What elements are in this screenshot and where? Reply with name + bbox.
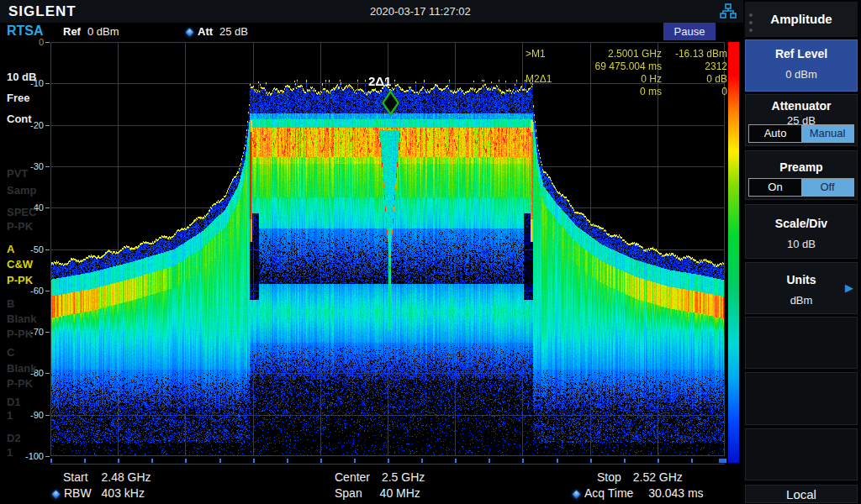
marker-table: >M12.5001 GHz-16.13 dBm69 475.004 ms2312…	[522, 48, 727, 98]
y-axis-tick	[45, 42, 50, 43]
sidebar-item-a[interactable]: A	[7, 243, 14, 255]
density-colorbar	[728, 42, 739, 463]
sidebar-item-1[interactable]: 1	[7, 446, 13, 459]
x-axis-tick	[455, 459, 457, 463]
y-axis-tick	[45, 415, 50, 416]
span-value: 40 MHz	[380, 486, 420, 500]
sidebar-item-cont[interactable]: Cont	[7, 113, 32, 125]
menu-attenuator[interactable]: Attenuator 25 dB Auto Manual	[745, 94, 858, 146]
x-axis-tick	[691, 459, 693, 463]
sidebar-item-spec[interactable]: SPEC	[7, 206, 36, 218]
marker-table-cell: 69 475.004 ms	[579, 60, 662, 73]
center-label: Center	[335, 470, 370, 484]
sidebar-item-1[interactable]: 1	[7, 409, 13, 422]
x-axis-tick	[557, 459, 558, 463]
x-axis-tick	[421, 459, 423, 463]
menu-empty-slot	[745, 317, 858, 369]
menu-header: Amplitude	[745, 2, 858, 37]
att-diamond-icon	[186, 29, 194, 37]
x-axis-tick	[354, 459, 356, 463]
menu-title: Amplitude	[745, 12, 858, 26]
sidebar-item-c-w[interactable]: C&W	[7, 258, 33, 270]
units-value: dBm	[746, 294, 857, 307]
menu-units[interactable]: Units dBm ▶	[745, 262, 858, 314]
sidebar-item-samp[interactable]: Samp	[7, 184, 36, 197]
y-axis-tick	[45, 332, 50, 333]
span-label: Span	[335, 486, 362, 500]
center-freq-readout[interactable]: Center 2.5 GHz	[335, 470, 425, 484]
menu-ref-level[interactable]: Ref Level 0 dBm	[745, 39, 858, 92]
x-axis-tick	[489, 459, 490, 463]
marker-table-cell: 0 dB	[662, 73, 727, 86]
sidebar-item-p-pk[interactable]: P-PK	[7, 328, 33, 340]
preamp-label: Preamp	[746, 160, 857, 174]
marker-table-cell: -16.13 dBm	[662, 48, 727, 60]
scale-div-label: Scale/Div	[746, 217, 857, 230]
local-button[interactable]: Local	[745, 485, 858, 503]
marker-table-cell	[522, 60, 579, 73]
y-axis-tick	[45, 456, 50, 457]
attenuator-manual-option[interactable]: Manual	[801, 125, 853, 142]
y-axis-tick	[45, 373, 50, 374]
x-axis-tick	[624, 459, 626, 463]
x-axis-tick	[320, 459, 322, 463]
preamp-toggle: On Off	[748, 178, 854, 197]
ref-level-label: Ref Level	[746, 47, 857, 60]
sidebar-item-p-pk[interactable]: P-PK	[7, 220, 33, 233]
marker-table-cell: 0 ms	[579, 86, 662, 98]
preamp-off-option[interactable]: Off	[801, 179, 853, 196]
attenuator-auto-option[interactable]: Auto	[749, 125, 801, 142]
start-freq-readout[interactable]: Start 2.48 GHz	[63, 470, 151, 484]
stop-freq-readout[interactable]: Stop 2.52 GHz	[597, 470, 683, 484]
sidebar-item-c[interactable]: C	[7, 346, 14, 359]
sidebar-item-d1[interactable]: D1	[7, 396, 21, 408]
y-axis-tick	[45, 291, 50, 291]
x-axis-tick	[50, 459, 52, 463]
network-icon[interactable]	[720, 3, 737, 23]
sidebar-item-pvt[interactable]: PVT	[7, 167, 28, 180]
attenuator-label: Attenuator	[746, 99, 857, 113]
pause-button[interactable]: Pause	[663, 23, 716, 40]
sidebar-item-p-pk[interactable]: P-PK	[7, 377, 33, 390]
attenuator-toggle: Auto Manual	[748, 124, 854, 143]
sidebar-item-free[interactable]: Free	[7, 92, 29, 104]
rbw-readout[interactable]: RBW 403 kHz	[53, 486, 145, 500]
att-readout[interactable]: Att25 dB	[187, 25, 248, 38]
sidebar-item-10-db[interactable]: 10 dB	[7, 71, 36, 83]
acq-value: 30.043 ms	[648, 486, 703, 500]
sidebar-item-blank[interactable]: Blank	[7, 362, 36, 375]
x-axis-tick	[522, 459, 524, 463]
sidebar-item-d2[interactable]: D2	[7, 432, 21, 444]
x-axis-tick	[219, 459, 221, 463]
menu-scale-div[interactable]: Scale/Div 10 dB	[745, 204, 858, 259]
preamp-on-option[interactable]: On	[749, 179, 801, 196]
x-axis-end-mark	[719, 459, 726, 463]
start-value: 2.48 GHz	[101, 470, 151, 484]
sidebar-item-blank[interactable]: Blank	[7, 312, 36, 325]
acq-diamond-icon	[573, 491, 581, 499]
marker-table-row: 69 475.004 ms2312	[522, 60, 727, 73]
y-axis-tick	[45, 83, 50, 84]
x-axis-tick	[151, 459, 153, 463]
y-axis-label: 0	[5, 37, 44, 47]
sidebar-item-p-pk[interactable]: P-PK	[7, 274, 33, 286]
stop-label: Stop	[597, 470, 621, 484]
marker-table-cell: 2.5001 GHz	[579, 48, 662, 60]
submenu-arrow-icon: ▶	[845, 281, 853, 294]
ref-value: 0 dBm	[87, 25, 119, 38]
y-axis-tick	[45, 249, 50, 250]
att-value: 25 dB	[219, 25, 248, 38]
x-axis-tick	[388, 459, 389, 463]
menu-empty-slot	[745, 428, 858, 480]
menu-preamp[interactable]: Preamp On Off	[745, 150, 858, 200]
x-axis-tick	[590, 459, 592, 463]
ref-level-value: 0 dBm	[746, 68, 857, 81]
rbw-label: RBW	[64, 486, 92, 500]
marker-table-row: >M12.5001 GHz-16.13 dBm	[522, 48, 727, 60]
x-axis-tick	[253, 459, 255, 463]
span-readout[interactable]: Span 40 MHz	[335, 486, 420, 500]
acq-time-readout[interactable]: Acq Time 30.043 ms	[573, 486, 704, 500]
y-axis-tick	[45, 166, 50, 167]
ref-readout[interactable]: Ref0 dBm	[63, 25, 119, 38]
sidebar-item-b[interactable]: B	[7, 297, 14, 310]
